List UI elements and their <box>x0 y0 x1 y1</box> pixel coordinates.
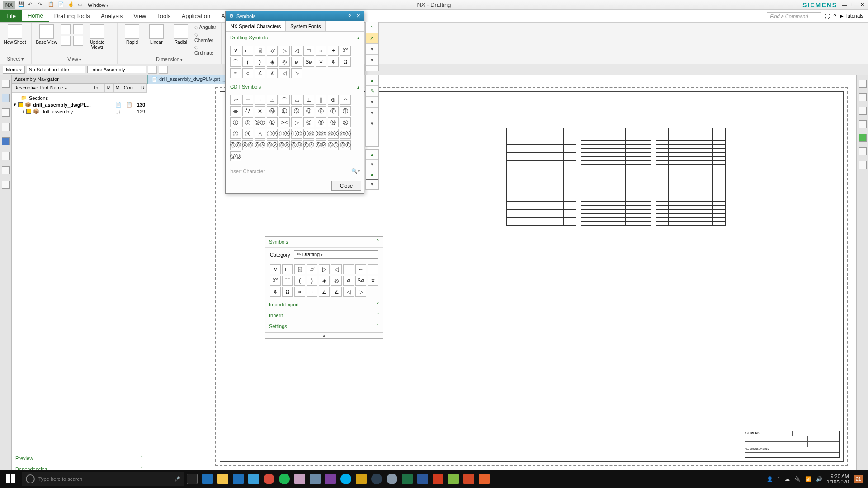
symbol-button[interactable]: >< <box>279 117 290 127</box>
collapser-expand-2[interactable] <box>366 55 378 66</box>
col-m[interactable]: M <box>114 84 122 92</box>
tb-spotify[interactable] <box>277 470 292 488</box>
insert-character-field[interactable]: Insert Character <box>229 169 265 174</box>
tb-ie[interactable] <box>246 470 261 488</box>
symbol-button[interactable]: ⌓ <box>291 95 302 105</box>
symbol-button[interactable]: ▭ <box>242 95 253 105</box>
rr-icon-1[interactable] <box>859 80 867 88</box>
sel-tool-1[interactable] <box>148 66 157 74</box>
symbol-button[interactable]: ≈ <box>230 68 241 78</box>
symbol-button[interactable]: ⌰ <box>242 106 253 116</box>
symbol-button[interactable]: Ⓝ <box>328 117 339 127</box>
sp-symbols-header[interactable]: Symbols˄ <box>265 237 383 248</box>
tb-chrome[interactable] <box>261 470 277 488</box>
save-icon[interactable]: 💾 <box>18 1 25 9</box>
menu-button[interactable]: Menu <box>3 66 25 74</box>
tray-sound-icon[interactable]: 🔊 <box>816 476 822 482</box>
tray-power-icon[interactable]: 🔌 <box>794 476 801 482</box>
selection-scope[interactable]: Entire Assembly <box>87 66 146 73</box>
rr-icon-4[interactable] <box>859 120 867 128</box>
symbol-button[interactable]: ± <box>368 264 378 274</box>
symbol-button[interactable]: ▷ <box>279 46 290 56</box>
sp-inherit[interactable]: Inherit˅ <box>265 310 383 321</box>
group-view-label[interactable]: View <box>35 56 113 62</box>
tb-app5[interactable] <box>384 470 400 488</box>
fullscreen-icon[interactable]: ⛶ <box>825 14 830 19</box>
symbol-button[interactable]: ⒸⓋ <box>267 140 278 150</box>
view-btn-2[interactable] <box>61 36 71 46</box>
tb-word[interactable] <box>415 470 430 488</box>
col-name[interactable]: Descriptive Part Name ▴ <box>12 84 92 92</box>
symbol-button[interactable]: Sø <box>355 276 366 286</box>
symbol-button[interactable]: ⓈⓉ <box>255 117 265 127</box>
symbol-button[interactable]: ◁ <box>291 46 302 56</box>
tray-people-icon[interactable]: 👤 <box>767 476 773 482</box>
symbol-button[interactable]: ✕ <box>255 106 265 116</box>
collapser-up-3[interactable] <box>366 169 378 179</box>
symbol-button[interactable]: ⓈⒹ <box>328 140 339 150</box>
symbol-button[interactable]: ∠ <box>319 287 330 297</box>
tb-app2[interactable] <box>307 470 323 488</box>
symbol-button[interactable]: Sø <box>303 57 314 67</box>
selection-filter[interactable]: No Selection Filter <box>27 66 85 73</box>
symbol-button[interactable]: ○ <box>307 287 317 297</box>
symbol-button[interactable]: ⌯ <box>230 106 241 116</box>
notification-center[interactable]: 21 <box>854 475 863 483</box>
symbol-button[interactable]: Ⓟ <box>316 106 326 116</box>
tb-app4[interactable] <box>369 470 384 488</box>
insert-go-icon[interactable]: 🔍▾ <box>351 168 360 174</box>
navigator-tree[interactable]: 📁 Sections ▾📦 drill_assembly_dwgPL... 📄📋… <box>12 93 147 453</box>
paste-icon[interactable]: 📄 <box>58 1 65 9</box>
update-views-button[interactable]: Update Views <box>86 24 108 50</box>
symbol-button[interactable]: ⒸⒸ <box>242 140 253 150</box>
symbol-button[interactable]: ⒼⒼ <box>316 129 326 139</box>
symbol-button[interactable]: □ <box>343 264 354 274</box>
symbol-button[interactable]: ± <box>328 46 339 56</box>
tray-cloud-icon[interactable]: ☁ <box>785 476 790 482</box>
tab-tools[interactable]: Tools <box>151 10 176 22</box>
tree-row-root[interactable]: ▾📦 drill_assembly_dwgPL... 📄📋 130 <box>14 101 145 108</box>
sp-settings[interactable]: Settings˅ <box>265 321 383 332</box>
gear-icon[interactable]: ⚙ <box>229 13 234 19</box>
symbol-button[interactable]: ⓁⓅ <box>267 129 278 139</box>
preview-section[interactable]: Preview˅ <box>12 453 147 464</box>
view-btn-1[interactable] <box>61 24 71 34</box>
symbol-button[interactable]: ⓈⒶ <box>303 140 314 150</box>
checkbox-icon[interactable] <box>18 102 23 107</box>
symbol-button[interactable]: ▷ <box>355 287 366 297</box>
symbol-button[interactable]: ◁ <box>331 264 342 274</box>
close-icon[interactable]: ✕ <box>860 2 864 8</box>
symbol-button[interactable]: Ⓔ <box>267 117 278 127</box>
checkbox-icon[interactable] <box>26 109 31 114</box>
view-btn-3[interactable] <box>73 24 83 34</box>
symbol-button[interactable]: ⌴ <box>242 46 253 56</box>
symbol-button[interactable]: △ <box>255 129 265 139</box>
tab-analysis[interactable]: Analysis <box>95 10 128 22</box>
symbol-button[interactable]: ⒸⒶ <box>255 140 265 150</box>
tab-view[interactable]: View <box>128 10 151 22</box>
tab-application[interactable]: Application <box>176 10 216 22</box>
symbol-button[interactable]: Ω <box>282 287 293 297</box>
symbol-button[interactable]: ⓈⓄ <box>230 151 241 161</box>
collapser-up-1[interactable] <box>366 75 378 86</box>
copy-icon[interactable]: 📋 <box>48 1 55 9</box>
tb-outlook[interactable] <box>231 470 246 488</box>
symbol-button[interactable]: ∨ <box>230 46 241 56</box>
tab-drafting-tools[interactable]: Drafting Tools <box>49 10 95 22</box>
rail-web-icon[interactable] <box>2 137 10 145</box>
symbol-button[interactable]: Ⓢ <box>291 106 302 116</box>
gdt-symbols-header[interactable]: GDT Symbols <box>226 81 364 92</box>
symbol-button[interactable]: ▷ <box>291 68 302 78</box>
symbol-button[interactable]: ▱ <box>230 95 241 105</box>
tray-up-icon[interactable]: ˄ <box>778 476 780 482</box>
collapser-help-icon[interactable]: ? <box>366 22 378 33</box>
minimize-icon[interactable]: — <box>842 2 847 8</box>
col-count[interactable]: Cou... <box>122 84 139 92</box>
taskbar-clock[interactable]: 9:20 AM1/10/2020 <box>827 474 849 484</box>
symbol-button[interactable]: ) <box>307 276 317 286</box>
tb-skype[interactable] <box>338 470 354 488</box>
rail-assembly-nav-icon[interactable] <box>2 94 10 102</box>
tb-app3[interactable] <box>354 470 369 488</box>
symbol-button[interactable]: Ⓜ <box>267 106 278 116</box>
touch-icon[interactable]: ☝ <box>68 1 75 9</box>
